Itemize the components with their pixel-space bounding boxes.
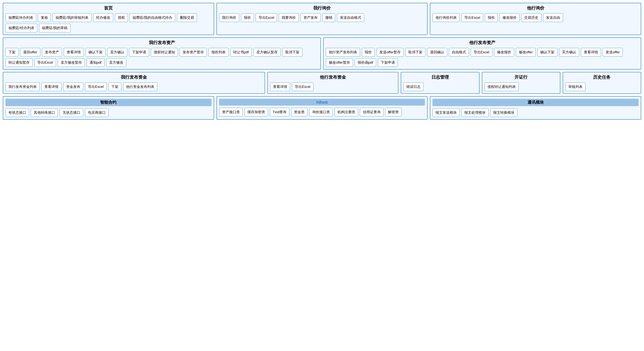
lishi-renwu-title: 历史任务 [565, 75, 639, 80]
shouye-btn-0[interactable]: 福费廷待办列表 [5, 13, 36, 22]
tahang-fabu-zijin-btn-grid: 查看详情 导出Excel [270, 82, 396, 91]
wfz-btn-2[interactable]: 发布资产 [42, 48, 62, 57]
wfz-btn-16[interactable]: 通知pdf [87, 58, 105, 67]
hlf-btn-6[interactable]: 信用证查询 [360, 108, 384, 116]
shouye-btn-8[interactable]: 福费廷/我的草稿 [39, 24, 71, 32]
lsrw-btn-0[interactable]: 审核列表 [565, 82, 585, 91]
shouye-btn-1[interactable]: 复核 [38, 13, 51, 22]
tfz-btn-14[interactable]: 报价函pdf [355, 58, 376, 67]
zhineng-heyue-title: 智能合约 [5, 99, 211, 106]
tfz-btn-13[interactable]: 修改offer暂存 [326, 58, 353, 67]
tahang-xunjia-title: 他行询价 [433, 5, 639, 11]
shouye-btn-4[interactable]: 授权 [115, 13, 128, 22]
wfz-btn-0[interactable]: 下架 [5, 48, 19, 57]
wfz-btn-5[interactable]: 卖方确认 [107, 48, 127, 57]
tahang-xunjia-btn-5[interactable]: 发送自由 [543, 13, 563, 22]
wohang-xunjia-btn-1[interactable]: 报价 [241, 13, 254, 22]
tahang-xunjia-btn-2[interactable]: 报价 [485, 13, 498, 22]
kzh-btn-0[interactable]: 债权转让通知列表 [484, 82, 519, 91]
tfz-btn-11[interactable]: 查看详情 [581, 48, 601, 57]
tfz-btn-3[interactable]: 取消下架 [405, 48, 425, 57]
hlf-btn-5[interactable]: 机构注册类 [335, 108, 358, 116]
shouye-btn-7[interactable]: 福费廷/经办列表 [5, 24, 37, 32]
tahang-fabu-zichan-btn-grid: 他行资产发布列表 报价 发送offer暂存 取消下架 退回确认 自由格式 导出E… [326, 48, 639, 67]
wfzj-btn-0[interactable]: 我行发布资金列表 [5, 82, 40, 91]
wfz-btn-6[interactable]: 下架申请 [129, 48, 149, 57]
wfz-btn-3[interactable]: 查看详情 [64, 48, 84, 57]
tfz-btn-9[interactable]: 确认下架 [537, 48, 557, 57]
wfz-btn-14[interactable]: 导出Excel [34, 58, 56, 67]
wfz-btn-7[interactable]: 债权转让通知 [151, 48, 178, 57]
wfzj-btn-1[interactable]: 查看详情 [41, 82, 62, 91]
rizhi-guanli-title: 日志管理 [403, 75, 477, 80]
tfz-btn-5[interactable]: 自由格式 [449, 48, 469, 57]
hlf-btn-7[interactable]: 解密类 [385, 108, 402, 116]
tfz-btn-12[interactable]: 发送offer [603, 48, 623, 57]
tahang-fabu-zijin-section: 他行发布资金 查看详情 导出Excel [267, 72, 398, 94]
wohang-xunjia-btn-0[interactable]: 我行询价 [219, 13, 239, 22]
zhy-btn-2[interactable]: 无状态接口 [60, 108, 83, 117]
shouye-btn-2[interactable]: 福费廷/我的审核列表 [53, 13, 91, 22]
wfz-btn-10[interactable]: 转让书pdf [230, 48, 252, 57]
hlf-btn-2[interactable]: Txid查询 [270, 108, 290, 116]
lishi-renwu-btn-grid: 审核列表 [565, 82, 639, 91]
shouye-btn-5[interactable]: 福费廷/我的自由格式待办 [130, 13, 176, 22]
tahang-xunjia-btn-3[interactable]: 修改报价 [499, 13, 520, 22]
wohang-xunjia-btn-6[interactable]: 发送自由格式 [337, 13, 364, 22]
hlf-btn-0[interactable]: 资产接口类 [219, 108, 243, 116]
tfz-btn-7[interactable]: 修改报价 [494, 48, 514, 57]
hlfont-btn-grid: 资产接口类 缓存加密类 Txid查询 资金类 询价接口类 机构注册类 信用证查询… [219, 108, 425, 116]
tahang-xunjia-btn-grid: 他行询价列表 导出Excel 报价 修改报价 交易历史 发送自由 [433, 13, 639, 22]
wfz-btn-9[interactable]: 报价列表 [208, 48, 229, 57]
wfzj-btn-5[interactable]: 他行资金发布列表 [123, 82, 157, 91]
tfzj-btn-0[interactable]: 查看详情 [270, 82, 290, 91]
tfz-btn-2[interactable]: 发送offer暂存 [376, 48, 404, 57]
wfz-btn-13[interactable]: 转让通知暂存 [5, 58, 33, 67]
wohang-xunjia-btn-5[interactable]: 撤销 [322, 13, 335, 22]
zhy-btn-0[interactable]: 有状态接口 [5, 108, 29, 117]
zhy-btn-3[interactable]: 包买商接口 [85, 108, 109, 117]
tahang-xunjia-btn-1[interactable]: 导出Excel [461, 13, 483, 22]
wfz-btn-17[interactable]: 卖方修改 [106, 58, 126, 67]
wfzj-btn-2[interactable]: 资金发布 [63, 82, 83, 91]
shouye-btn-6[interactable]: 删除交易 [177, 13, 197, 22]
wfzj-btn-4[interactable]: 下架 [108, 82, 121, 91]
hlf-btn-4[interactable]: 询价接口类 [309, 108, 333, 116]
rizhi-guanli-btn-grid: 错误日志 [403, 82, 477, 91]
tfz-btn-15[interactable]: 下架申请 [378, 58, 398, 67]
txmk-btn-1[interactable]: 报文处理模块 [461, 108, 489, 117]
tfzj-btn-1[interactable]: 导出Excel [292, 82, 314, 91]
wohang-fabu-zichan-btn-grid: 下架 退回offer 发布资产 查看详情 确认下架 卖方确认 下架申请 债权转让… [5, 48, 318, 67]
lishi-renwu-section: 历史任务 审核列表 [563, 72, 641, 94]
rzgl-btn-0[interactable]: 错误日志 [403, 82, 424, 91]
tfz-btn-0[interactable]: 他行资产发布列表 [326, 48, 360, 57]
tfz-btn-4[interactable]: 退回确认 [427, 48, 447, 57]
wohang-xunjia-btn-3[interactable]: 我要询价 [279, 13, 299, 22]
tahang-xunjia-btn-0[interactable]: 他行询价列表 [433, 13, 460, 22]
wfz-btn-12[interactable]: 取消下架 [282, 48, 302, 57]
wfz-btn-15[interactable]: 卖方修改暂存 [58, 58, 85, 67]
shouye-btn-3[interactable]: 经办修改 [93, 13, 113, 22]
wfz-btn-1[interactable]: 退回offer [20, 48, 40, 57]
wohang-xunjia-btn-4[interactable]: 资产发布 [300, 13, 321, 22]
tfz-btn-6[interactable]: 导出Excel [471, 48, 492, 57]
hlfont-section: hlfont 资产接口类 缓存加密类 Txid查询 资金类 询价接口类 机构注册… [216, 96, 428, 120]
wohang-xunjia-btn-2[interactable]: 导出Excel [256, 13, 277, 22]
shouye-title: 首页 [5, 5, 211, 11]
hlfont-title: hlfont [219, 99, 425, 106]
zhy-btn-1[interactable]: 其他特殊接口 [31, 108, 58, 117]
tongxun-mokuai-section: 通讯模块 报文发送模块 报文处理模块 报文转换模块 [430, 96, 641, 120]
wfz-btn-8[interactable]: 发布资产暂存 [180, 48, 207, 57]
tahang-xunjia-btn-4[interactable]: 交易历史 [521, 13, 541, 22]
hlf-btn-3[interactable]: 资金类 [291, 108, 308, 116]
tfz-btn-10[interactable]: 买方确认 [559, 48, 579, 57]
tfz-btn-1[interactable]: 报价 [362, 48, 375, 57]
txmk-btn-2[interactable]: 报文转换模块 [490, 108, 517, 117]
wfzj-btn-3[interactable]: 导出Excel [85, 82, 107, 91]
wfz-btn-11[interactable]: 卖方确认暂存 [253, 48, 281, 57]
wfz-btn-4[interactable]: 确认下架 [85, 48, 106, 57]
txmk-btn-0[interactable]: 报文发送模块 [433, 108, 460, 117]
tfz-btn-8[interactable]: 修改offer [516, 48, 536, 57]
hlf-btn-1[interactable]: 缓存加密类 [244, 108, 268, 116]
tahang-xunjia-section: 他行询价 他行询价列表 导出Excel 报价 修改报价 交易历史 发送自由 [430, 3, 641, 35]
